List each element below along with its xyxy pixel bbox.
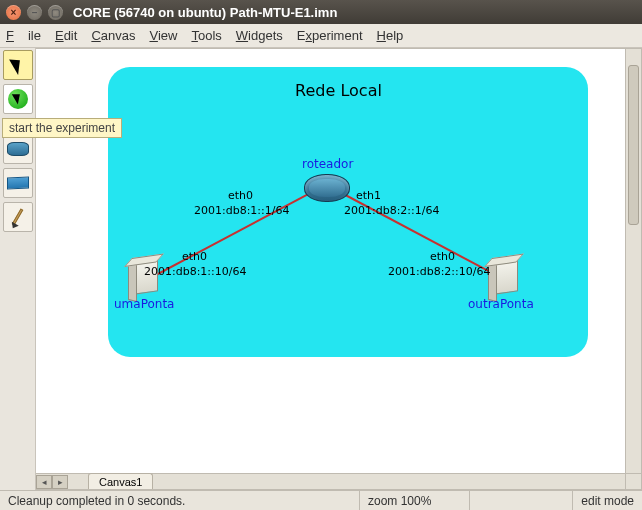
node-roteador-label: roteador xyxy=(302,157,353,171)
roteador-eth0-if: eth0 xyxy=(228,189,253,202)
annotation-tool-button[interactable] xyxy=(3,202,33,232)
node-roteador[interactable] xyxy=(304,174,350,202)
start-experiment-button[interactable] xyxy=(3,84,33,114)
window-titlebar: × – ▢ CORE (56740 on ubuntu) Path-MTU-E1… xyxy=(0,0,642,24)
menu-file[interactable]: File xyxy=(6,28,41,43)
topology-title: Rede Local xyxy=(36,81,641,100)
canvas[interactable]: Rede Local roteador eth0 2001:db8:1::1/6… xyxy=(36,48,642,490)
menu-widgets[interactable]: Widgets xyxy=(236,28,283,43)
umaPonta-eth0-addr: 2001:db8:1::10/64 xyxy=(144,265,246,278)
window-maximize-button[interactable]: ▢ xyxy=(48,5,63,20)
tooltip: start the experiment xyxy=(2,118,122,138)
umaPonta-eth0-if: eth0 xyxy=(182,250,207,263)
status-message: Cleanup completed in 0 seconds. xyxy=(0,491,360,510)
play-icon xyxy=(8,89,28,109)
router-icon xyxy=(7,142,29,156)
router-tool-button[interactable] xyxy=(3,134,33,164)
canvas-tab[interactable]: Canvas1 xyxy=(88,473,153,489)
menu-view[interactable]: View xyxy=(149,28,177,43)
scroll-corner xyxy=(625,473,641,489)
status-mode: edit mode xyxy=(573,491,642,510)
menu-help[interactable]: Help xyxy=(377,28,404,43)
roteador-eth1-if: eth1 xyxy=(356,189,381,202)
left-toolbar: start the experiment xyxy=(0,48,36,490)
status-spacer xyxy=(470,491,573,510)
node-umaPonta-label: umaPonta xyxy=(114,297,174,311)
hscroll-left-button[interactable]: ◂ xyxy=(36,475,52,489)
status-bar: Cleanup completed in 0 seconds. zoom 100… xyxy=(0,490,642,510)
outraPonta-eth0-addr: 2001:db8:2::10/64 xyxy=(388,265,490,278)
hscroll-right-button[interactable]: ▸ xyxy=(52,475,68,489)
vertical-scrollbar[interactable] xyxy=(625,49,641,473)
window-close-button[interactable]: × xyxy=(6,5,21,20)
pencil-icon xyxy=(12,208,24,225)
node-outraPonta[interactable] xyxy=(494,257,520,297)
outraPonta-eth0-if: eth0 xyxy=(430,250,455,263)
menu-bar: File Edit Canvas View Tools Widgets Expe… xyxy=(0,24,642,48)
switch-tool-button[interactable] xyxy=(3,168,33,198)
roteador-eth1-addr: 2001:db8:2::1/64 xyxy=(344,204,439,217)
roteador-eth0-addr: 2001:db8:1::1/64 xyxy=(194,204,289,217)
menu-tools[interactable]: Tools xyxy=(191,28,221,43)
window-title: CORE (56740 on ubuntu) Path-MTU-E1.imn xyxy=(73,5,337,20)
cursor-icon xyxy=(9,55,26,75)
status-zoom: zoom 100% xyxy=(360,491,470,510)
menu-experiment[interactable]: Experiment xyxy=(297,28,363,43)
menu-edit[interactable]: Edit xyxy=(55,28,77,43)
menu-canvas[interactable]: Canvas xyxy=(91,28,135,43)
node-outraPonta-label: outraPonta xyxy=(468,297,534,311)
window-minimize-button[interactable]: – xyxy=(27,5,42,20)
select-tool-button[interactable] xyxy=(3,50,33,80)
switch-icon xyxy=(7,176,29,189)
